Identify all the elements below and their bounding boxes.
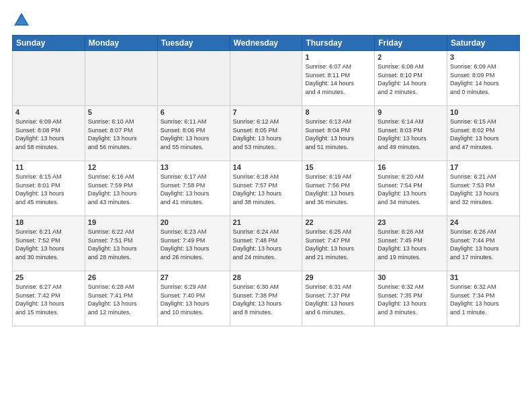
day-number: 14	[233, 163, 300, 171]
day-info: Sunrise: 6:13 AM Sunset: 8:04 PM Dayligh…	[305, 118, 371, 151]
calendar-cell: 21Sunrise: 6:24 AM Sunset: 7:48 PM Dayli…	[230, 216, 302, 271]
day-number: 9	[378, 108, 444, 116]
day-info: Sunrise: 6:19 AM Sunset: 7:56 PM Dayligh…	[305, 173, 371, 206]
day-number: 20	[161, 218, 227, 226]
day-info: Sunrise: 6:25 AM Sunset: 7:47 PM Dayligh…	[305, 228, 371, 261]
calendar-cell: 19Sunrise: 6:22 AM Sunset: 7:51 PM Dayli…	[85, 216, 157, 271]
calendar-cell: 4Sunrise: 6:09 AM Sunset: 8:08 PM Daylig…	[13, 106, 85, 161]
weekday-header-monday: Monday	[85, 36, 157, 51]
day-info: Sunrise: 6:14 AM Sunset: 8:03 PM Dayligh…	[378, 118, 444, 151]
page: SundayMondayTuesdayWednesdayThursdayFrid…	[0, 0, 532, 411]
day-info: Sunrise: 6:21 AM Sunset: 7:53 PM Dayligh…	[450, 173, 517, 206]
weekday-header-wednesday: Wednesday	[230, 36, 302, 51]
calendar-cell: 22Sunrise: 6:25 AM Sunset: 7:47 PM Dayli…	[302, 216, 375, 271]
weekday-header-tuesday: Tuesday	[157, 36, 230, 51]
calendar-cell	[230, 51, 302, 106]
day-number: 17	[450, 163, 517, 171]
calendar-cell: 11Sunrise: 6:15 AM Sunset: 8:01 PM Dayli…	[13, 161, 85, 216]
day-info: Sunrise: 6:09 AM Sunset: 8:09 PM Dayligh…	[450, 62, 517, 96]
day-info: Sunrise: 6:20 AM Sunset: 7:54 PM Dayligh…	[378, 173, 444, 206]
logo-icon	[12, 11, 31, 30]
day-number: 13	[161, 163, 227, 171]
calendar-cell: 2Sunrise: 6:08 AM Sunset: 8:10 PM Daylig…	[375, 51, 447, 106]
day-info: Sunrise: 6:21 AM Sunset: 7:52 PM Dayligh…	[15, 228, 82, 261]
day-info: Sunrise: 6:29 AM Sunset: 7:40 PM Dayligh…	[161, 283, 227, 316]
day-number: 1	[305, 53, 371, 61]
day-info: Sunrise: 6:22 AM Sunset: 7:51 PM Dayligh…	[88, 228, 154, 261]
day-number: 4	[15, 108, 82, 116]
calendar-cell: 29Sunrise: 6:31 AM Sunset: 7:37 PM Dayli…	[302, 271, 375, 326]
day-info: Sunrise: 6:26 AM Sunset: 7:45 PM Dayligh…	[378, 228, 444, 261]
day-number: 27	[161, 273, 227, 281]
calendar-cell: 17Sunrise: 6:21 AM Sunset: 7:53 PM Dayli…	[447, 161, 520, 216]
calendar-week-row: 1Sunrise: 6:07 AM Sunset: 8:11 PM Daylig…	[13, 51, 520, 106]
day-info: Sunrise: 6:31 AM Sunset: 7:37 PM Dayligh…	[305, 283, 371, 316]
calendar-cell: 5Sunrise: 6:10 AM Sunset: 8:07 PM Daylig…	[85, 106, 157, 161]
day-info: Sunrise: 6:16 AM Sunset: 7:59 PM Dayligh…	[88, 173, 154, 206]
day-info: Sunrise: 6:15 AM Sunset: 8:02 PM Dayligh…	[450, 118, 517, 151]
calendar-week-row: 11Sunrise: 6:15 AM Sunset: 8:01 PM Dayli…	[13, 161, 520, 216]
day-number: 7	[233, 108, 300, 116]
day-number: 30	[378, 273, 444, 281]
day-info: Sunrise: 6:32 AM Sunset: 7:35 PM Dayligh…	[378, 283, 444, 316]
day-info: Sunrise: 6:18 AM Sunset: 7:57 PM Dayligh…	[233, 173, 300, 206]
day-number: 5	[88, 108, 154, 116]
day-number: 19	[88, 218, 154, 226]
calendar-cell	[85, 51, 157, 106]
calendar-header-row: SundayMondayTuesdayWednesdayThursdayFrid…	[13, 36, 520, 51]
day-number: 10	[450, 108, 517, 116]
calendar-cell: 9Sunrise: 6:14 AM Sunset: 8:03 PM Daylig…	[375, 106, 447, 161]
calendar-cell: 7Sunrise: 6:12 AM Sunset: 8:05 PM Daylig…	[230, 106, 302, 161]
logo	[12, 11, 34, 30]
calendar-cell: 28Sunrise: 6:30 AM Sunset: 7:38 PM Dayli…	[230, 271, 302, 326]
day-number: 2	[378, 53, 444, 61]
calendar-table: SundayMondayTuesdayWednesdayThursdayFrid…	[12, 35, 520, 326]
day-number: 28	[233, 273, 300, 281]
day-number: 25	[15, 273, 82, 281]
calendar-week-row: 18Sunrise: 6:21 AM Sunset: 7:52 PM Dayli…	[13, 216, 520, 271]
weekday-header-friday: Friday	[375, 36, 447, 51]
calendar-cell: 24Sunrise: 6:26 AM Sunset: 7:44 PM Dayli…	[447, 216, 520, 271]
day-info: Sunrise: 6:10 AM Sunset: 8:07 PM Dayligh…	[88, 118, 154, 151]
day-number: 26	[88, 273, 154, 281]
weekday-header-sunday: Sunday	[13, 36, 85, 51]
day-number: 24	[450, 218, 517, 226]
day-number: 22	[305, 218, 371, 226]
calendar-cell: 3Sunrise: 6:09 AM Sunset: 8:09 PM Daylig…	[447, 51, 520, 106]
day-info: Sunrise: 6:11 AM Sunset: 8:06 PM Dayligh…	[161, 118, 227, 151]
day-info: Sunrise: 6:12 AM Sunset: 8:05 PM Dayligh…	[233, 118, 300, 151]
day-number: 16	[378, 163, 444, 171]
weekday-header-saturday: Saturday	[447, 36, 520, 51]
day-info: Sunrise: 6:27 AM Sunset: 7:42 PM Dayligh…	[15, 283, 82, 316]
day-number: 3	[450, 53, 517, 61]
calendar-cell: 16Sunrise: 6:20 AM Sunset: 7:54 PM Dayli…	[375, 161, 447, 216]
calendar-week-row: 25Sunrise: 6:27 AM Sunset: 7:42 PM Dayli…	[13, 271, 520, 326]
day-info: Sunrise: 6:09 AM Sunset: 8:08 PM Dayligh…	[15, 118, 82, 151]
day-info: Sunrise: 6:07 AM Sunset: 8:11 PM Dayligh…	[305, 62, 371, 96]
calendar-cell: 25Sunrise: 6:27 AM Sunset: 7:42 PM Dayli…	[13, 271, 85, 326]
calendar-cell: 20Sunrise: 6:23 AM Sunset: 7:49 PM Dayli…	[157, 216, 230, 271]
day-number: 11	[15, 163, 82, 171]
calendar-cell: 1Sunrise: 6:07 AM Sunset: 8:11 PM Daylig…	[302, 51, 375, 106]
calendar-cell: 14Sunrise: 6:18 AM Sunset: 7:57 PM Dayli…	[230, 161, 302, 216]
calendar-cell: 6Sunrise: 6:11 AM Sunset: 8:06 PM Daylig…	[157, 106, 230, 161]
day-info: Sunrise: 6:28 AM Sunset: 7:41 PM Dayligh…	[88, 283, 154, 316]
calendar-cell	[157, 51, 230, 106]
day-number: 12	[88, 163, 154, 171]
header	[12, 11, 520, 30]
calendar-cell: 30Sunrise: 6:32 AM Sunset: 7:35 PM Dayli…	[375, 271, 447, 326]
weekday-header-thursday: Thursday	[302, 36, 375, 51]
calendar-cell: 23Sunrise: 6:26 AM Sunset: 7:45 PM Dayli…	[375, 216, 447, 271]
calendar-cell	[13, 51, 85, 106]
day-number: 18	[15, 218, 82, 226]
day-info: Sunrise: 6:17 AM Sunset: 7:58 PM Dayligh…	[161, 173, 227, 206]
calendar-cell: 18Sunrise: 6:21 AM Sunset: 7:52 PM Dayli…	[13, 216, 85, 271]
day-number: 29	[305, 273, 371, 281]
day-info: Sunrise: 6:26 AM Sunset: 7:44 PM Dayligh…	[450, 228, 517, 261]
day-info: Sunrise: 6:15 AM Sunset: 8:01 PM Dayligh…	[15, 173, 82, 206]
day-number: 31	[450, 273, 517, 281]
calendar-cell: 10Sunrise: 6:15 AM Sunset: 8:02 PM Dayli…	[447, 106, 520, 161]
calendar-week-row: 4Sunrise: 6:09 AM Sunset: 8:08 PM Daylig…	[13, 106, 520, 161]
calendar-cell: 27Sunrise: 6:29 AM Sunset: 7:40 PM Dayli…	[157, 271, 230, 326]
calendar-cell: 15Sunrise: 6:19 AM Sunset: 7:56 PM Dayli…	[302, 161, 375, 216]
